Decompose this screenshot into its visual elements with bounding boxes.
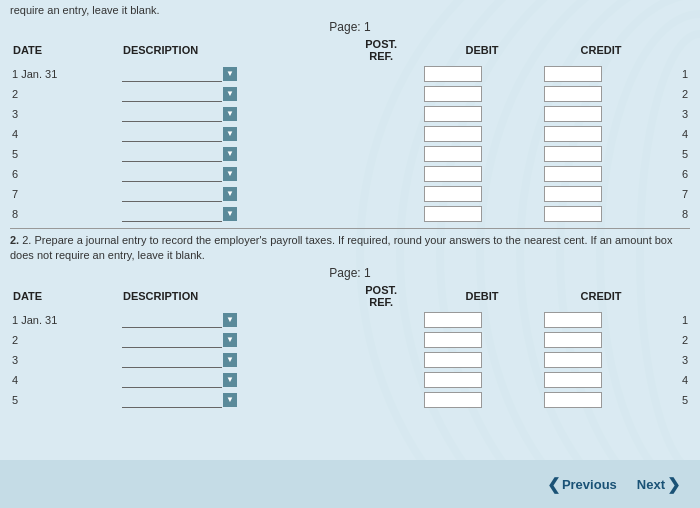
debit-cell: [422, 64, 541, 84]
desc-input[interactable]: [122, 166, 222, 182]
debit-input[interactable]: [424, 86, 482, 102]
credit-input[interactable]: [544, 106, 602, 122]
dropdown-arrow-icon[interactable]: ▼: [223, 353, 237, 367]
row-number: 5: [661, 390, 690, 410]
credit-input[interactable]: [544, 146, 602, 162]
desc-input[interactable]: [122, 206, 222, 222]
debit-cell: [422, 330, 541, 350]
date-cell: 1 Jan. 31: [10, 310, 120, 330]
previous-label: Previous: [562, 477, 617, 492]
debit-cell: [422, 104, 541, 124]
desc-input[interactable]: [122, 372, 222, 388]
postref-cell: [340, 370, 422, 390]
postref-cell: [340, 350, 422, 370]
next-label: Next: [637, 477, 665, 492]
credit-input[interactable]: [544, 372, 602, 388]
credit-cell: [542, 310, 661, 330]
content-area: require an entry, leave it blank. Page: …: [0, 0, 700, 460]
debit-input[interactable]: [424, 126, 482, 142]
col-desc-1: DESCRIPTION: [120, 36, 340, 64]
debit-cell: [422, 390, 541, 410]
postref-cell: [340, 330, 422, 350]
desc-cell: ▼: [120, 390, 340, 410]
credit-input[interactable]: [544, 312, 602, 328]
credit-cell: [542, 330, 661, 350]
dropdown-arrow-icon[interactable]: ▼: [223, 333, 237, 347]
col-debit-1: DEBIT: [422, 36, 541, 64]
credit-input[interactable]: [544, 66, 602, 82]
row-number: 4: [661, 370, 690, 390]
row-number: 2: [661, 84, 690, 104]
desc-input[interactable]: [122, 66, 222, 82]
debit-input[interactable]: [424, 332, 482, 348]
dropdown-arrow-icon[interactable]: ▼: [223, 207, 237, 221]
credit-input[interactable]: [544, 332, 602, 348]
desc-input[interactable]: [122, 352, 222, 368]
date-cell: 1 Jan. 31: [10, 64, 120, 84]
debit-cell: [422, 184, 541, 204]
col-post-2: POST.REF.: [340, 282, 422, 310]
credit-input[interactable]: [544, 206, 602, 222]
debit-input[interactable]: [424, 66, 482, 82]
credit-input[interactable]: [544, 166, 602, 182]
desc-input[interactable]: [122, 146, 222, 162]
table-row: 2 ▼ 2: [10, 84, 690, 104]
debit-input[interactable]: [424, 206, 482, 222]
dropdown-arrow-icon[interactable]: ▼: [223, 187, 237, 201]
desc-cell: ▼: [120, 350, 340, 370]
postref-cell: [340, 64, 422, 84]
section1: Page: 1 DATE DESCRIPTION POST.REF. DEBIT…: [10, 20, 690, 224]
intro-text: require an entry, leave it blank.: [10, 4, 690, 16]
credit-cell: [542, 144, 661, 164]
dropdown-arrow-icon[interactable]: ▼: [223, 393, 237, 407]
dropdown-arrow-icon[interactable]: ▼: [223, 107, 237, 121]
previous-button[interactable]: ❮ Previous: [537, 469, 627, 500]
dropdown-arrow-icon[interactable]: ▼: [223, 147, 237, 161]
table-row: 5 ▼ 5: [10, 144, 690, 164]
dropdown-arrow-icon[interactable]: ▼: [223, 67, 237, 81]
desc-cell: ▼: [120, 330, 340, 350]
credit-input[interactable]: [544, 126, 602, 142]
postref-cell: [340, 390, 422, 410]
desc-cell: ▼: [120, 164, 340, 184]
credit-input[interactable]: [544, 352, 602, 368]
debit-cell: [422, 310, 541, 330]
credit-input[interactable]: [544, 392, 602, 408]
bottom-nav: ❮ Previous Next ❯: [0, 460, 700, 508]
desc-input[interactable]: [122, 332, 222, 348]
credit-input[interactable]: [544, 86, 602, 102]
next-button[interactable]: Next ❯: [627, 469, 690, 500]
dropdown-arrow-icon[interactable]: ▼: [223, 167, 237, 181]
desc-input[interactable]: [122, 106, 222, 122]
debit-input[interactable]: [424, 146, 482, 162]
date-cell: 8: [10, 204, 120, 224]
postref-cell: [340, 204, 422, 224]
debit-input[interactable]: [424, 372, 482, 388]
col-credit-1: CREDIT: [542, 36, 661, 64]
dropdown-arrow-icon[interactable]: ▼: [223, 87, 237, 101]
section1-table: DATE DESCRIPTION POST.REF. DEBIT CREDIT …: [10, 36, 690, 224]
dropdown-arrow-icon[interactable]: ▼: [223, 313, 237, 327]
desc-input[interactable]: [122, 86, 222, 102]
debit-input[interactable]: [424, 352, 482, 368]
dropdown-arrow-icon[interactable]: ▼: [223, 127, 237, 141]
credit-input[interactable]: [544, 186, 602, 202]
desc-input[interactable]: [122, 186, 222, 202]
desc-cell: ▼: [120, 64, 340, 84]
debit-input[interactable]: [424, 312, 482, 328]
section-divider: [10, 228, 690, 229]
desc-input[interactable]: [122, 312, 222, 328]
debit-input[interactable]: [424, 106, 482, 122]
postref-cell: [340, 124, 422, 144]
credit-cell: [542, 84, 661, 104]
debit-input[interactable]: [424, 392, 482, 408]
desc-input[interactable]: [122, 126, 222, 142]
credit-cell: [542, 204, 661, 224]
debit-input[interactable]: [424, 166, 482, 182]
postref-cell: [340, 164, 422, 184]
question2-bold: 2.: [10, 234, 19, 246]
dropdown-arrow-icon[interactable]: ▼: [223, 373, 237, 387]
debit-input[interactable]: [424, 186, 482, 202]
col-credit-2: CREDIT: [542, 282, 661, 310]
desc-input[interactable]: [122, 392, 222, 408]
